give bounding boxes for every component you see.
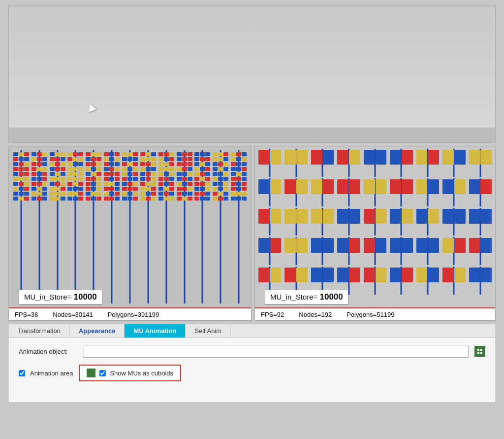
tab-appearance[interactable]: Appearance — [70, 324, 125, 338]
mu-label-right: MU_in_Store= 10000 — [265, 290, 348, 304]
animation-object-row: Animation object: — [19, 345, 485, 358]
top-viewport — [8, 5, 496, 143]
bottom-panel: Transformation Appearance MU Animation S… — [8, 324, 496, 403]
left-scene — [9, 146, 251, 307]
fps-left: FPS=38 — [15, 311, 38, 318]
svg-rect-1 — [480, 349, 482, 351]
mu-value-left: 10000 — [73, 292, 96, 302]
animation-object-button[interactable] — [474, 346, 485, 357]
right-shelf-grid — [257, 149, 493, 295]
ground-base — [9, 128, 495, 142]
svg-rect-2 — [477, 352, 479, 354]
tab-transformation[interactable]: Transformation — [9, 324, 70, 338]
tabs-row: Transformation Appearance MU Animation S… — [9, 324, 495, 338]
right-scene — [255, 146, 495, 307]
left-viewport: MU_in_Store= 10000 FPS=38 Nodes=30141 Po… — [8, 146, 252, 321]
show-mu-area: Show MUs as cuboids — [79, 365, 181, 381]
middle-row: MU_in_Store= 10000 FPS=38 Nodes=30141 Po… — [8, 146, 496, 321]
polygons-left: Polygons=391199 — [108, 311, 159, 318]
animation-object-input[interactable] — [84, 345, 469, 358]
top-scene — [9, 5, 495, 142]
right-viewport: MU_in_Store= 10000 FPS=92 Nodes=192 Poly… — [254, 146, 496, 321]
left-shelf-grid — [9, 146, 251, 307]
stats-bar-right: FPS=92 Nodes=192 Polygons=51199 — [255, 307, 495, 320]
animation-area-row: Animation area Show MUs as cuboids — [19, 365, 485, 381]
animation-area-checkbox[interactable] — [19, 370, 25, 376]
grid-icon — [477, 348, 483, 354]
tab-self-anim[interactable]: Self Anim — [186, 324, 231, 338]
nodes-right: Nodes=192 — [299, 311, 332, 318]
show-mu-cuboids-checkbox[interactable] — [99, 370, 106, 376]
top-shelf-grid — [11, 8, 493, 128]
polygons-right: Polygons=51199 — [346, 311, 394, 318]
panel-body: Animation object: Animation area Show MU… — [9, 338, 495, 388]
show-mu-cuboids-label: Show MUs as cuboids — [110, 370, 173, 377]
svg-rect-3 — [480, 352, 482, 354]
animation-area-checkbox-row: Animation area — [19, 370, 73, 377]
animation-area-label: Animation area — [30, 370, 73, 377]
stats-bar-left: FPS=38 Nodes=30141 Polygons=391199 — [9, 307, 251, 320]
fps-right: FPS=92 — [261, 311, 284, 318]
mu-label-left: MU_in_Store= 10000 — [19, 290, 102, 304]
show-mu-icon — [87, 369, 95, 377]
nodes-left: Nodes=30141 — [53, 311, 93, 318]
svg-rect-0 — [477, 349, 479, 351]
mu-value-right: 10000 — [319, 292, 343, 302]
tab-mu-animation[interactable]: MU Animation — [125, 324, 186, 338]
animation-object-label: Animation object: — [19, 348, 78, 355]
